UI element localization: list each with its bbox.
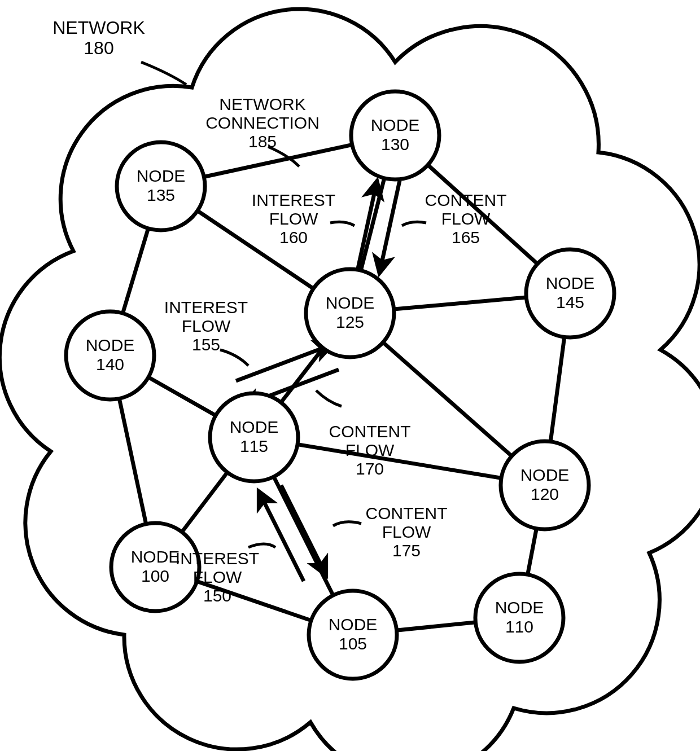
svg-text:120: 120 xyxy=(531,485,559,503)
svg-text:170: 170 xyxy=(356,459,384,478)
svg-text:110: 110 xyxy=(505,617,533,636)
svg-text:FLOW: FLOW xyxy=(269,209,318,228)
svg-text:155: 155 xyxy=(192,335,220,354)
node-110: NODE 110 xyxy=(475,574,563,662)
svg-text:CONTENT: CONTENT xyxy=(366,504,448,522)
svg-text:160: 160 xyxy=(279,228,308,247)
network-label-title: NETWORK xyxy=(53,17,145,38)
svg-text:FLOW: FLOW xyxy=(441,209,491,228)
svg-text:INTEREST: INTEREST xyxy=(176,549,259,568)
svg-text:NODE: NODE xyxy=(520,465,570,484)
svg-text:NODE: NODE xyxy=(131,547,180,566)
svg-text:CONTENT: CONTENT xyxy=(329,422,411,441)
svg-text:FLOW: FLOW xyxy=(345,441,395,459)
netconn-ref: 185 xyxy=(248,132,277,151)
node-125: NODE 125 xyxy=(306,269,394,357)
svg-text:145: 145 xyxy=(556,293,584,311)
svg-text:105: 105 xyxy=(339,634,367,653)
svg-text:NODE: NODE xyxy=(230,418,279,436)
node-135: NODE 135 xyxy=(117,142,205,230)
node-130: NODE 130 xyxy=(351,91,439,179)
netconn-title1: NETWORK xyxy=(219,95,305,113)
svg-text:INTEREST: INTEREST xyxy=(252,191,335,209)
svg-text:175: 175 xyxy=(392,541,421,560)
svg-text:NODE: NODE xyxy=(495,598,544,617)
svg-text:130: 130 xyxy=(381,135,409,153)
node-115: NODE 115 xyxy=(210,393,298,481)
svg-text:FLOW: FLOW xyxy=(182,317,231,335)
node-140: NODE 140 xyxy=(66,311,154,399)
svg-text:115: 115 xyxy=(240,437,268,455)
svg-text:NODE: NODE xyxy=(329,615,378,634)
svg-text:150: 150 xyxy=(203,586,231,605)
svg-text:135: 135 xyxy=(147,186,175,204)
svg-text:NODE: NODE xyxy=(371,116,420,134)
svg-text:100: 100 xyxy=(141,566,169,585)
svg-text:FLOW: FLOW xyxy=(193,568,242,586)
svg-text:140: 140 xyxy=(96,355,124,374)
svg-text:NODE: NODE xyxy=(86,336,135,354)
network-diagram: NODE 130 NODE 135 NODE 145 NODE 125 NODE… xyxy=(0,0,700,751)
svg-text:INTEREST: INTEREST xyxy=(164,298,248,317)
svg-text:FLOW: FLOW xyxy=(382,522,431,541)
node-105: NODE 105 xyxy=(309,591,397,679)
network-label-ref: 180 xyxy=(84,38,113,58)
node-145: NODE 145 xyxy=(526,249,614,337)
svg-text:165: 165 xyxy=(452,228,480,247)
svg-text:NODE: NODE xyxy=(137,166,186,185)
node-120: NODE 120 xyxy=(501,441,589,529)
netconn-title2: CONNECTION xyxy=(205,113,320,132)
svg-text:125: 125 xyxy=(336,313,364,331)
svg-text:NODE: NODE xyxy=(326,293,375,312)
svg-text:CONTENT: CONTENT xyxy=(425,191,507,209)
svg-text:NODE: NODE xyxy=(546,274,595,292)
